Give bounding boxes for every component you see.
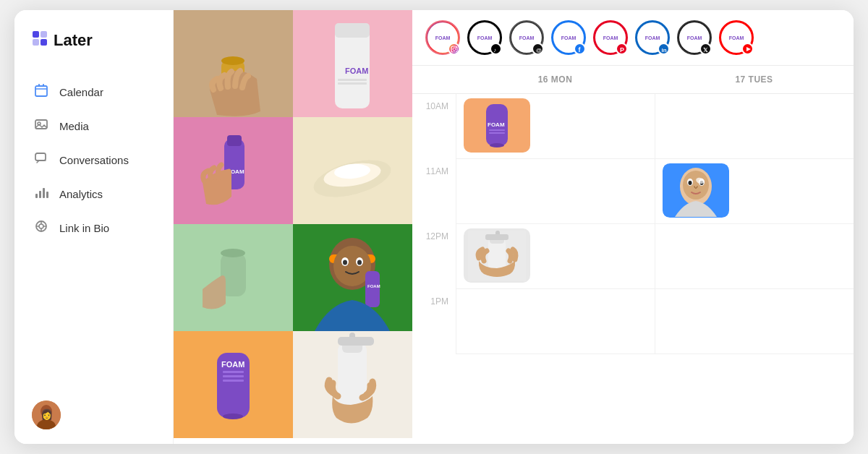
cal-event-tues-11am[interactable] [663,163,729,218]
svg-rect-10 [35,153,46,160]
svg-point-53 [357,260,362,265]
media-cell-6[interactable]: FOAM [293,224,412,331]
sidebar-item-media[interactable]: Media [23,110,164,142]
svg-text:f: f [578,46,581,53]
cal-cell-tues-10am[interactable] [655,94,854,159]
svg-rect-33 [338,79,367,81]
profiles-bar: FOAM FOAM ♪ FOAM @ [412,10,854,66]
logo-icon [32,30,48,50]
day-header-tues: 17 TUES [655,66,854,93]
svg-point-70 [455,46,456,48]
svg-point-85 [683,171,709,200]
media-cell-4[interactable] [293,117,412,224]
media-grid: FOAM FOAM [174,10,412,444]
svg-text:👩: 👩 [41,408,54,421]
cal-cell-mon-1pm[interactable] [456,289,655,354]
sidebar: Later Calendar [14,10,174,444]
svg-rect-95 [485,234,509,240]
media-cell-2[interactable]: FOAM [293,10,412,117]
svg-text:in: in [661,47,666,53]
media-cell-8[interactable] [293,331,412,438]
cal-cell-mon-12pm[interactable] [456,224,655,289]
svg-point-16 [39,224,43,228]
time-label-11am: 11AM [412,159,456,224]
social-dot-instagram [448,43,460,55]
svg-rect-37 [227,135,242,146]
time-label-12pm: 12PM [412,224,456,289]
media-cell-5[interactable] [174,224,293,331]
time-label-1pm: 1PM [412,289,456,354]
profile-badge-youtube[interactable]: FOAM [719,20,754,55]
svg-rect-13 [43,188,45,198]
svg-rect-81 [489,132,505,134]
profile-badge-threads[interactable]: FOAM @ [509,20,544,55]
svg-text:@: @ [536,47,542,53]
user-avatar-container[interactable]: 👩 [14,390,173,429]
svg-rect-6 [38,84,40,87]
sidebar-item-conversations[interactable]: Conversations [23,144,164,176]
sidebar-item-calendar-label: Calendar [59,86,103,98]
social-dot-x: 𝕏 [699,43,712,55]
media-cell-7[interactable]: FOAM [174,331,293,438]
cal-event-mon-10am[interactable]: FOAM [464,98,530,153]
svg-rect-7 [43,84,44,87]
sidebar-nav: Calendar Media [14,76,173,390]
svg-point-52 [343,260,347,265]
calendar-icon [33,83,49,101]
social-dot-threads: @ [532,43,544,55]
svg-rect-4 [35,86,47,96]
time-label-10am: 10AM [412,94,456,159]
sidebar-item-linkinbio[interactable]: Link in Bio [23,212,164,244]
svg-marker-77 [746,47,751,51]
profile-badge-pinterest[interactable]: FOAM P [593,20,628,55]
svg-point-62 [223,414,243,419]
cal-cell-tues-11am[interactable] [655,159,854,224]
app-container: Later Calendar [14,10,854,444]
cal-cell-tues-1pm[interactable] [655,289,854,354]
svg-point-88 [689,181,692,185]
sidebar-item-analytics[interactable]: Analytics [23,178,164,210]
svg-rect-8 [35,120,47,129]
conversations-icon [33,151,49,169]
svg-text:FOAM: FOAM [367,284,380,288]
social-dot-youtube [741,43,754,55]
media-cell-1[interactable] [174,10,293,117]
calendar-section: FOAM FOAM ♪ FOAM @ [412,10,854,444]
profile-badge-instagram[interactable]: FOAM [425,20,460,55]
sidebar-item-conversations-label: Conversations [59,154,129,166]
svg-rect-3 [41,39,47,46]
svg-rect-67 [338,337,374,346]
sidebar-item-calendar[interactable]: Calendar [23,76,164,108]
svg-point-45 [221,249,245,257]
cal-cell-tues-12pm[interactable] [655,224,854,289]
media-cell-3[interactable]: FOAM [174,117,293,224]
profile-badge-linkedin[interactable]: FOAM in [635,20,670,55]
svg-rect-58 [223,371,244,373]
svg-rect-54 [365,271,380,307]
svg-rect-14 [46,192,48,198]
social-dot-linkedin: in [658,43,670,55]
calendar-header: 16 MON 17 TUES [412,66,854,94]
social-dot-pinterest: P [616,43,628,55]
linkinbio-icon [33,219,49,237]
profile-badge-facebook[interactable]: FOAM f [551,20,586,55]
calendar-body: 10AM FOAM 11AM [412,94,854,444]
svg-point-28 [221,56,244,65]
cal-cell-mon-10am[interactable]: FOAM [456,94,655,159]
svg-rect-80 [489,129,505,131]
profile-badge-tiktok[interactable]: FOAM ♪ [467,20,502,55]
app-logo: Later [14,30,173,76]
media-icon [33,117,49,135]
svg-rect-31 [335,23,370,38]
time-column-header [412,66,456,93]
sidebar-item-linkinbio-label: Link in Bio [59,222,109,234]
profile-badge-x[interactable]: FOAM 𝕏 [677,20,712,55]
cal-cell-mon-11am[interactable] [456,159,655,224]
analytics-icon [33,185,49,203]
svg-text:FOAM: FOAM [221,360,244,369]
svg-rect-11 [35,194,38,198]
cal-event-mon-12pm[interactable] [464,228,530,283]
svg-text:FOAM: FOAM [345,67,368,75]
svg-rect-2 [33,39,39,46]
svg-point-69 [453,48,456,51]
